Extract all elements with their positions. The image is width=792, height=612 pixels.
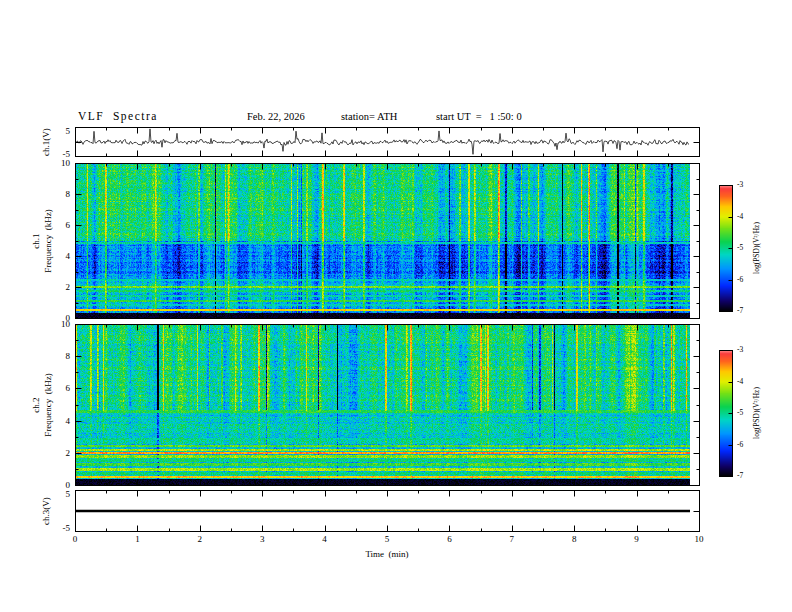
x-tick-label: 6 <box>447 535 452 544</box>
colorbar-ch2-label: log(PSD)(V²/Hz) <box>753 387 761 439</box>
colorbar2-tick-label: -3 <box>737 346 743 354</box>
x-tick-label: 8 <box>572 535 577 544</box>
time-axis-label: Time (min) <box>365 550 408 559</box>
date-label: Feb. 22, 2026 <box>247 112 305 123</box>
colorbar1-tick-label: -6 <box>737 276 743 284</box>
ch1-spec-frequency-axis-label: Frequency (kHz) <box>44 209 53 272</box>
spec1-ytick-label: 8 <box>66 190 71 199</box>
colorbar2-tick-label: -4 <box>737 378 743 386</box>
colorbar2-tick-label: -6 <box>737 441 743 449</box>
spec1-ytick-label: 6 <box>66 221 71 230</box>
ch1-spec-channel-label: ch.1 <box>32 233 41 248</box>
x-tick-label: 7 <box>510 535 515 544</box>
station-label: station= ATH <box>341 112 397 123</box>
x-tick-label: 1 <box>135 535 140 544</box>
ch3-wave-axis-label: ch.3(V) <box>42 497 51 525</box>
ch1-waveform-canvas <box>75 127 700 157</box>
ch2-spec-frequency-axis-label: Frequency (kHz) <box>44 373 53 436</box>
x-tick-label: 3 <box>260 535 265 544</box>
ch1-wave-axis-label: ch.1(V) <box>42 128 51 156</box>
ch1-spectrogram-canvas <box>75 163 700 319</box>
colorbar1-tick-label: -4 <box>737 213 743 221</box>
x-tick-label: 10 <box>695 535 704 544</box>
spec1-ytick-label: 4 <box>66 252 71 261</box>
x-tick-label: 5 <box>385 535 390 544</box>
ch1-wave-ymax-label: 5 <box>66 127 71 136</box>
spec1-ytick-label: 10 <box>61 159 70 168</box>
x-tick-label: 4 <box>322 535 327 544</box>
colorbar2-tick-label: -5 <box>737 409 743 417</box>
colorbar-ch1-canvas <box>719 185 733 312</box>
colorbar1-tick-label: -3 <box>737 181 743 189</box>
spec2-ytick-label: 8 <box>66 352 71 361</box>
colorbar2-tick-label: -7 <box>737 472 743 480</box>
x-tick-label: 0 <box>73 535 78 544</box>
ch3-waveform-canvas <box>75 490 700 532</box>
start-ut-label: start UT = 1 :50: 0 <box>436 112 522 123</box>
spec2-ytick-label: 10 <box>61 320 70 329</box>
colorbar1-tick-label: -5 <box>737 244 743 252</box>
colorbar-ch2-canvas <box>719 350 733 477</box>
spec2-ytick-label: 0 <box>66 481 71 490</box>
page-title: VLF Spectra <box>78 111 158 123</box>
x-tick-label: 2 <box>198 535 203 544</box>
spec2-ytick-label: 6 <box>66 384 71 393</box>
spec2-ytick-label: 4 <box>66 416 71 425</box>
colorbar-ch1-label: log(PSD)(V²/Hz) <box>753 222 761 274</box>
ch2-spec-channel-label: ch.2 <box>32 397 41 412</box>
x-tick-label: 9 <box>634 535 639 544</box>
colorbar1-tick-label: -7 <box>737 307 743 315</box>
spec2-ytick-label: 2 <box>66 448 71 457</box>
spec1-ytick-label: 2 <box>66 283 71 292</box>
ch3-wave-ymax-label: 5 <box>66 490 71 499</box>
ch3-wave-ymin-label: -5 <box>63 524 71 533</box>
vlf-spectra-figure: VLF Spectra Feb. 22, 2026 station= ATH s… <box>0 0 792 612</box>
ch2-spectrogram-canvas <box>75 324 700 486</box>
